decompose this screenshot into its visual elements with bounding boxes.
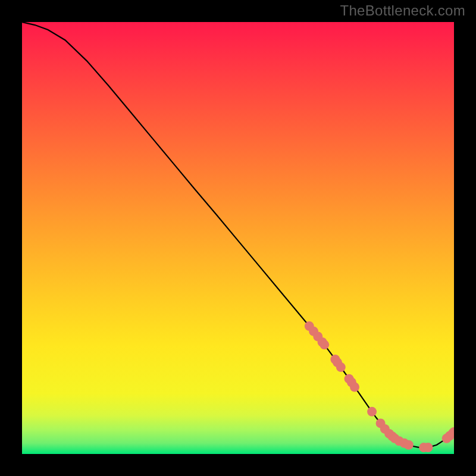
marker-dot (336, 362, 346, 372)
watermark-text: TheBottleneck.com (340, 2, 465, 19)
marker-dot (350, 382, 359, 392)
marker-dot (367, 407, 377, 416)
plot-background (22, 22, 454, 454)
bottleneck-chart (22, 22, 454, 454)
marker-dot (423, 443, 433, 452)
chart-svg (22, 22, 454, 454)
marker-dot (320, 340, 329, 349)
marker-dot (404, 440, 414, 450)
